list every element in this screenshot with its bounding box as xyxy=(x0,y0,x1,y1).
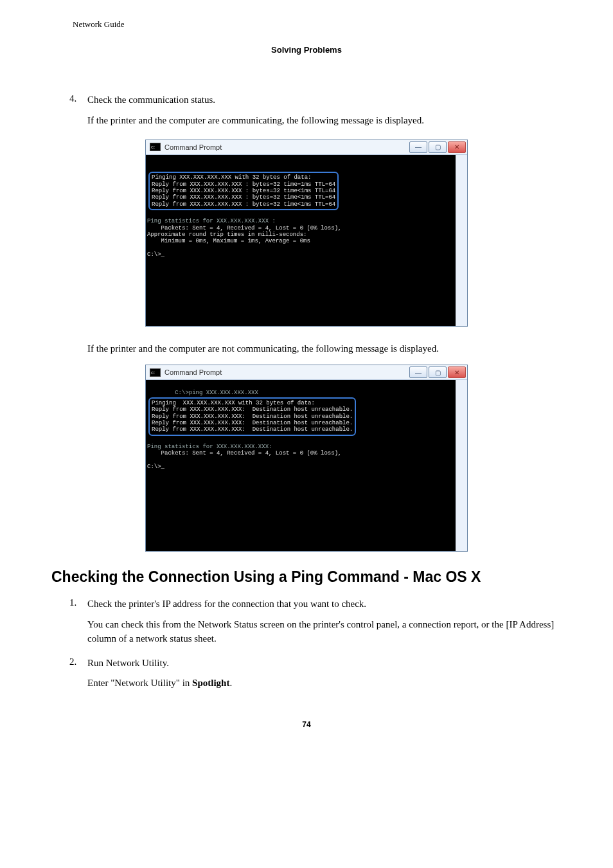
section-label: Solving Problems xyxy=(51,45,562,55)
ping-input-line: C:\>ping XXX.XXX.XXX.XXX xyxy=(175,390,258,396)
cmd-icon: c: xyxy=(150,368,161,377)
cmd-icon: c: xyxy=(150,143,161,151)
page-number: 74 xyxy=(51,720,562,729)
minimize-button[interactable]: — xyxy=(409,141,427,153)
ping-stats-header-fail: Ping statistics for XXX.XXX.XXX.XXX: xyxy=(147,444,272,450)
macos-step-2-number: 2. xyxy=(69,656,87,698)
maximize-button[interactable]: ▢ xyxy=(429,141,447,153)
ping-stats-header: Ping statistics for XXX.XXX.XXX.XXX : xyxy=(147,218,276,224)
step-4-number: 4. xyxy=(69,93,87,134)
macos-heading: Checking the Connection Using a Ping Com… xyxy=(51,568,562,586)
window-title: Command Prompt xyxy=(164,368,408,376)
macos-step-1-sub: You can check this from the Network Stat… xyxy=(87,618,562,646)
terminal-output-failure: ▴ ▾ C:\>ping XXX.XXX.XXX.XXX Pinging XXX… xyxy=(146,380,467,551)
close-button[interactable]: ✕ xyxy=(448,366,466,378)
spotlight-bold: Spotlight xyxy=(192,678,229,688)
macos-step-1-text: Check the printer's IP address for the c… xyxy=(87,597,562,611)
scrollbar[interactable]: ▴ ▾ xyxy=(456,155,466,326)
scroll-up-icon[interactable]: ▴ xyxy=(456,380,466,390)
ping-stats-body-fail: Packets: Sent = 4, Received = 4, Lost = … xyxy=(147,450,341,457)
ping-unreachable-highlight: Pinging XXX.XXX.XXX.XXX with 32 bytes of… xyxy=(148,397,356,436)
minimize-button[interactable]: — xyxy=(409,366,427,378)
step-4-sub2: If the printer and the computer are not … xyxy=(51,342,562,356)
maximize-button[interactable]: ▢ xyxy=(429,366,447,378)
command-prompt-success: c: Command Prompt — ▢ ✕ ▴ ▾ Pinging XXX.… xyxy=(145,140,468,327)
scroll-up-icon[interactable]: ▴ xyxy=(456,155,466,165)
terminal-pre xyxy=(175,164,189,170)
macos-step-1-number: 1. xyxy=(69,597,87,652)
window-title: Command Prompt xyxy=(164,143,408,151)
step-4-sub1: If the printer and the computer are comm… xyxy=(87,114,562,128)
ping-stats-body: Packets: Sent = 4, Received = 4, Lost = … xyxy=(147,225,341,245)
macos-step-2-sub-prefix: Enter "Network Utility" in xyxy=(87,678,192,688)
ping-replies-highlight: Pinging XXX.XXX.XXX.XXX with 32 bytes of… xyxy=(148,172,339,210)
macos-step-2-sub: Enter "Network Utility" in Spotlight. xyxy=(87,676,562,691)
prompt-cursor-fail: C:\>_ xyxy=(147,464,164,470)
scrollbar[interactable]: ▴ ▾ xyxy=(456,380,466,551)
terminal-output-success: ▴ ▾ Pinging XXX.XXX.XXX.XXX with 32 byte… xyxy=(146,155,467,326)
running-head: Network Guide xyxy=(51,19,562,30)
scroll-thumb[interactable] xyxy=(456,169,466,181)
macos-step-2-text: Run Network Utility. xyxy=(87,656,562,671)
scroll-down-icon[interactable]: ▾ xyxy=(456,541,466,551)
scroll-thumb[interactable] xyxy=(456,394,466,406)
macos-step-2-sub-suffix: . xyxy=(229,678,232,688)
prompt-cursor: C:\>_ xyxy=(147,251,164,258)
step-4-text: Check the communication status. xyxy=(87,93,562,107)
command-prompt-failure: c: Command Prompt — ▢ ✕ ▴ ▾ C:\>ping XXX… xyxy=(145,365,468,552)
close-button[interactable]: ✕ xyxy=(448,141,466,153)
scroll-down-icon[interactable]: ▾ xyxy=(456,316,466,326)
